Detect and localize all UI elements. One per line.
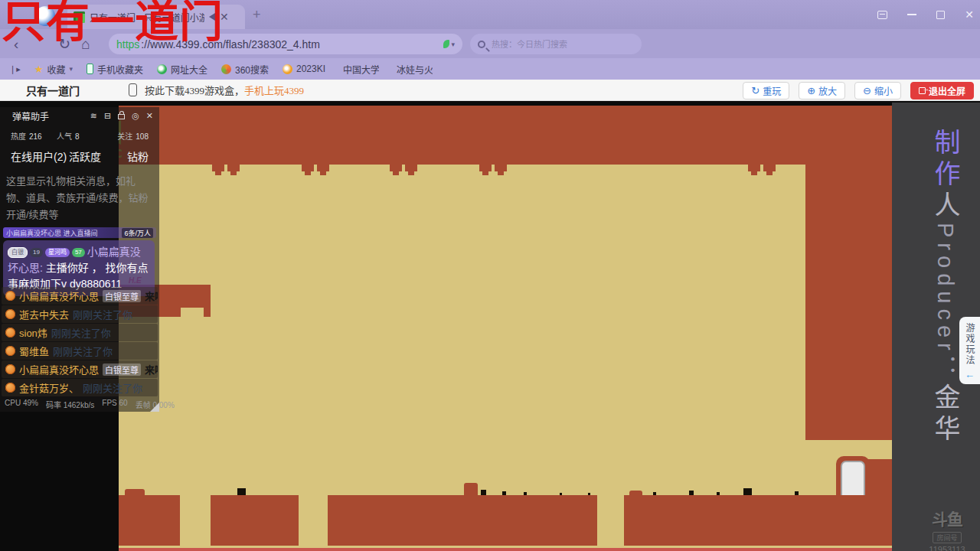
phone-download-icon [129, 83, 137, 96]
notice-row: 蜀维鱼 刚刚关注了你 [2, 342, 158, 360]
game-exit-door [841, 461, 865, 495]
game-floor [119, 495, 180, 546]
game-spike [481, 490, 486, 495]
bitrate-stat: 码率 1462kb/s [46, 399, 94, 410]
record-icon[interactable]: ◎ [132, 111, 139, 121]
close-icon[interactable]: ✕ [965, 8, 974, 21]
bookmark-360search[interactable]: 360搜索 [221, 63, 269, 76]
bookmark-sites[interactable]: 网址大全 [157, 63, 207, 76]
bookmark-china[interactable]: 中国大学 [339, 63, 379, 76]
url-dropdown-icon[interactable]: ▾ [451, 41, 455, 48]
notice-row: 小扁扁真没坏心思 白银至尊 来啦 [2, 287, 158, 305]
game-floor [211, 495, 299, 546]
zoom-in-button[interactable]: ⊕放大 [799, 82, 845, 99]
star-icon: ★ [34, 64, 44, 75]
gift-icon [5, 309, 15, 319]
room-number: 11953113 [920, 545, 975, 551]
game-bottom-line [119, 548, 892, 551]
gift-icon [5, 383, 15, 393]
gift-icon [5, 328, 15, 337]
notice-row: sion炜 刚刚关注了你 [2, 324, 158, 341]
notice-row: 逝去中失去 刚刚关注了你 [2, 305, 158, 323]
fps-stat: FPS 60 [102, 399, 127, 410]
download-hint: 按此下载4399游戏盒， [145, 83, 244, 97]
bookmark-mobile[interactable]: 手机收藏夹 [87, 63, 143, 76]
sites-icon [157, 64, 167, 74]
game-toolbar: 只有一道门 按此下载4399游戏盒， 手机上玩4399 ↻重玩 ⊕放大 ⊖缩小 … [0, 80, 980, 101]
notice-row: 金针菇万岁、 刚刚关注了你 [2, 379, 158, 396]
bookmark-2023[interactable]: 2023KI [283, 64, 325, 74]
tier-badge: 白银 [8, 247, 28, 258]
gift-hint-text: 这里显示礼物相关消息，如礼物、道具、贵族开通/续费，钻粉开通/续费等 [6, 173, 150, 223]
game-spike [795, 491, 799, 495]
download-hint-link[interactable]: 手机上玩4399 [244, 83, 304, 97]
game-ceiling [119, 106, 892, 165]
douyu-logo: 斗鱼 [920, 507, 975, 530]
game-spike [588, 493, 590, 495]
replay-button[interactable]: ↻重玩 [743, 82, 789, 99]
screen: 只有一道门 - 只有一道门小游… ✕ + ✕ ‹ ↻ ⌂ https ://ww… [0, 0, 980, 551]
phone-icon [87, 64, 93, 74]
maximize-icon[interactable] [936, 11, 945, 19]
room-label: 房间号 [933, 532, 961, 543]
game-spike [502, 491, 506, 495]
danmaku-helper-panel: 弹幕助手 ≋ ⊟ ◎ ✕ 热度216 人气8 关注108 在线用户(2) 活跃度… [0, 107, 159, 412]
gift-icon [5, 346, 15, 356]
minimize-icon[interactable] [907, 14, 916, 15]
game-spike [560, 493, 562, 495]
search-icon [478, 41, 485, 48]
lock-icon[interactable] [118, 114, 125, 119]
replay-icon: ↻ [751, 85, 760, 96]
reading-mode-icon[interactable] [443, 40, 449, 48]
game-step [464, 483, 478, 495]
exit-fullscreen-icon [919, 87, 926, 94]
clock-icon [283, 64, 292, 74]
search-input[interactable] [492, 40, 629, 49]
danmaku-rate-badge: 6条/万人 [122, 228, 153, 238]
danmaku-header: 弹幕助手 ≋ ⊟ ◎ ✕ [0, 107, 159, 124]
bookmarks-bar: ❘▸ ★ 收藏 ▾ 手机收藏夹 网址大全 360搜索 2023KI 中国大学 [0, 58, 980, 80]
game-spike [717, 492, 720, 495]
tab-activity[interactable]: 活跃度 [69, 148, 127, 164]
zoom-out-icon: ⊖ [863, 85, 871, 96]
vip-badge: 57 [72, 248, 85, 257]
danmaku-title: 弹幕助手 [12, 109, 49, 122]
gift-icon [5, 291, 15, 301]
game-canvas[interactable]: esc H.E [119, 106, 892, 551]
douyu-watermark: 斗鱼 房间号 11953113 [920, 507, 975, 551]
panel-close-icon[interactable]: ✕ [146, 111, 153, 121]
cpu-stat: CPU 49% [5, 399, 38, 410]
tune-icon[interactable]: ≋ [90, 111, 97, 121]
notice-row: 小扁扁真没坏心思 白银至尊 来啦 [2, 360, 158, 378]
game-spike [653, 492, 656, 495]
stream-room-title-overlay: 只有一道门 [2, 0, 224, 47]
room-stats: 热度216 人气8 关注108 [0, 130, 159, 144]
zoom-in-icon: ⊕ [807, 85, 815, 96]
collapse-sidebar-icon[interactable]: ❘▸ [9, 64, 21, 74]
game-right-wall [805, 165, 892, 440]
game-spike [689, 491, 694, 495]
window-icon[interactable]: ⊟ [104, 111, 111, 121]
left-arrow-icon[interactable]: ← [965, 369, 975, 380]
bookmark-icegame[interactable]: 冰娃与火 [393, 63, 433, 76]
search-box[interactable] [470, 34, 642, 54]
360-search-icon [221, 64, 231, 74]
zoom-out-button[interactable]: ⊖缩小 [854, 82, 901, 99]
tab-diamond-fans[interactable]: 钻粉 [127, 148, 149, 164]
exit-fullscreen-button[interactable]: 退出全屏 [910, 82, 974, 99]
new-tab-button[interactable]: + [253, 7, 261, 23]
gift-icon [5, 364, 15, 374]
tab-online-users[interactable]: 在线用户(2) [11, 148, 69, 164]
game-floor [624, 495, 892, 546]
game-spike [237, 488, 246, 495]
right-side-panel: 制作人Producer：金华 游戏玩法 ← 斗鱼 房间号 11953113 [892, 103, 980, 551]
bookmark-root[interactable]: ★ 收藏 ▾ [34, 63, 73, 76]
how-to-play-tab[interactable]: 游戏玩法 ← [959, 317, 980, 384]
bookmark-dropdown-icon[interactable]: ▾ [69, 65, 73, 73]
game-spike [743, 488, 752, 495]
level-badge: 19 [30, 248, 43, 257]
fan-badge: 星河鸣 [45, 248, 70, 257]
panel-resize-handle[interactable] [150, 403, 159, 412]
enter-room-banner: 小扁扁真没坏心思 进入直播间 6条/万人 [3, 227, 156, 238]
theme-icon[interactable] [877, 11, 887, 19]
